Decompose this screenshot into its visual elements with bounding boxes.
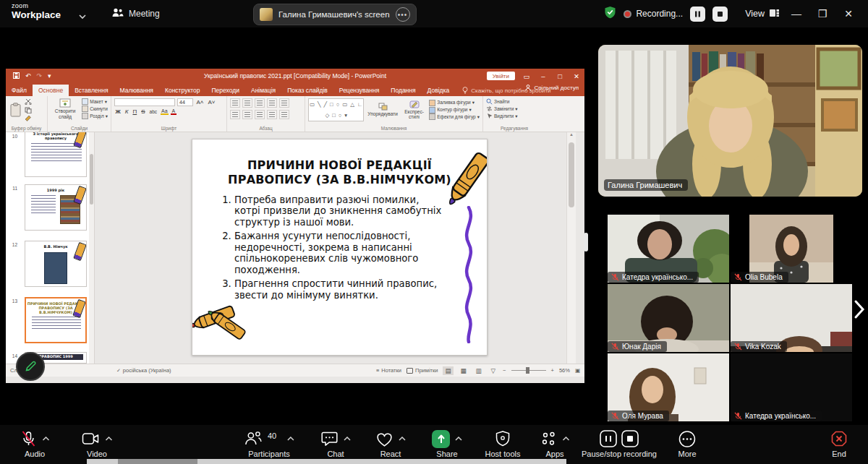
paste-button[interactable] xyxy=(9,103,22,117)
video-control[interactable]: Video xyxy=(82,429,113,458)
video-options-chevron-icon[interactable] xyxy=(106,437,113,441)
shape-fill-button[interactable]: Заливка фігури ▾ xyxy=(429,99,480,106)
underline-button[interactable]: П xyxy=(132,108,138,115)
ribbon-display-icon[interactable]: ▭ xyxy=(522,72,532,80)
normal-view-icon[interactable]: ▤ xyxy=(443,366,453,375)
apps-options-chevron-icon[interactable] xyxy=(563,437,570,441)
share-options-chevron-icon[interactable] xyxy=(455,437,462,441)
ppt-minimize-icon[interactable]: – xyxy=(538,72,548,80)
layout-button[interactable]: Макет ▾ xyxy=(82,98,108,106)
redo-icon[interactable]: ↷ xyxy=(37,72,43,80)
font-color-button[interactable]: A xyxy=(171,108,176,115)
font-name-combo[interactable] xyxy=(114,98,175,106)
editor-scrollbar[interactable]: ▲ xyxy=(566,132,576,364)
sign-in-button[interactable]: Увійти xyxy=(487,72,515,80)
panel-divider-handle[interactable] xyxy=(584,233,588,252)
view-button[interactable]: View xyxy=(745,8,780,20)
tab-animations[interactable]: Анімація xyxy=(245,85,281,96)
close-icon[interactable]: ✕ xyxy=(839,8,858,20)
shape-outline-button[interactable]: Контур фігури ▾ xyxy=(429,106,480,113)
cut-icon[interactable] xyxy=(25,98,32,105)
columns-icon[interactable] xyxy=(279,110,289,119)
slideshow-view-icon[interactable]: ▽ xyxy=(489,366,498,375)
tab-review[interactable]: Рецензування xyxy=(333,85,385,96)
tab-file[interactable]: Файл xyxy=(6,85,33,96)
comments-button[interactable]: Примітки xyxy=(407,367,438,374)
grow-font-icon[interactable]: A˄ xyxy=(195,99,205,106)
shared-screen-pill[interactable]: Галина Гримашевич's screen ••• xyxy=(253,4,417,25)
next-participants-chevron-icon[interactable] xyxy=(854,299,865,322)
undo-icon[interactable]: ↶ xyxy=(25,72,31,80)
arrange-button[interactable]: Упорядкувати xyxy=(366,103,399,116)
select-button[interactable]: Виділити ▾ xyxy=(486,113,542,120)
notes-button[interactable]: ≡Нотатки xyxy=(376,367,401,374)
reading-view-icon[interactable]: ▥ xyxy=(474,366,484,375)
tab-design[interactable]: Конструктор xyxy=(159,85,205,96)
zoom-in-icon[interactable]: + xyxy=(551,367,554,374)
minimize-icon[interactable]: — xyxy=(787,8,806,20)
thumbnail-scrollbar[interactable] xyxy=(89,132,94,364)
indent-decrease-icon[interactable] xyxy=(255,98,265,108)
slide-sorter-view-icon[interactable]: ▦ xyxy=(459,366,469,375)
ppt-share-button[interactable]: Спільний доступ xyxy=(525,85,579,91)
char-spacing-button[interactable]: abc xyxy=(148,109,158,114)
justify-icon[interactable] xyxy=(267,110,277,119)
tab-meeting[interactable]: Meeting xyxy=(107,5,164,22)
indent-increase-icon[interactable] xyxy=(267,98,277,108)
participant-tile[interactable]: Юнак Дарія xyxy=(608,284,729,352)
thumbnail-slide-10[interactable]: З історії українського правопису xyxy=(25,132,87,177)
bullets-icon[interactable] xyxy=(230,98,240,108)
ppt-maximize-icon[interactable]: □ xyxy=(555,72,565,80)
restore-icon[interactable]: ❒ xyxy=(813,8,832,20)
align-right-icon[interactable] xyxy=(255,110,265,119)
font-size-combo[interactable]: 44 xyxy=(177,98,193,106)
stop-recording-button[interactable] xyxy=(712,7,728,22)
chevron-down-icon[interactable] xyxy=(78,9,87,22)
replace-button[interactable]: Замінити ▾ xyxy=(486,106,542,113)
thumbnail-slide-12[interactable]: В.В. Німчук xyxy=(25,241,87,287)
quick-styles-button[interactable]: Експрес-стилі xyxy=(401,100,427,119)
italic-button[interactable]: К xyxy=(124,108,129,115)
format-painter-icon[interactable] xyxy=(25,115,32,121)
shapes-gallery[interactable]: ▭╲╱□○▭ △∟◇□○▾ xyxy=(308,98,364,121)
security-shield-icon[interactable] xyxy=(604,6,616,22)
participants-control[interactable]: 40 Participants xyxy=(244,429,294,458)
tab-home[interactable]: Основне xyxy=(33,85,69,96)
thumbnail-slide-13-selected[interactable]: ПРИЧИНИ НОВОЇ РЕДАКЦІЇ ПРАВОПИСУ (ЗА В.В… xyxy=(25,297,87,343)
proofing-language[interactable]: російська (Україна) xyxy=(123,367,171,374)
current-slide-canvas[interactable]: ПРИЧИНИ НОВОЇ РЕДАКЦІЇ ПРАВОПИСУ (ЗА В.В… xyxy=(192,139,488,356)
tab-insert[interactable]: Вставлення xyxy=(69,85,114,96)
reset-button[interactable]: Скинути xyxy=(82,106,108,113)
active-speaker-tile[interactable]: Галина Гримашевич xyxy=(598,45,862,197)
stop-recording-icon[interactable] xyxy=(621,429,639,448)
tab-slideshow[interactable]: Показ слайдів xyxy=(281,85,333,96)
align-left-icon[interactable] xyxy=(230,110,240,119)
participants-options-chevron-icon[interactable] xyxy=(287,437,294,441)
section-button[interactable]: Розділ ▾ xyxy=(82,113,108,120)
chat-control[interactable]: Chat xyxy=(320,429,351,458)
copy-icon[interactable] xyxy=(25,107,32,113)
react-options-chevron-icon[interactable] xyxy=(399,437,406,441)
shape-effects-button[interactable]: Ефекти для фігур ▾ xyxy=(429,113,480,121)
line-spacing-icon[interactable] xyxy=(279,98,289,108)
zoom-slider[interactable] xyxy=(511,370,546,371)
more-options-icon[interactable]: ••• xyxy=(396,7,410,22)
pause-recording-button[interactable] xyxy=(690,7,705,22)
tab-transitions[interactable]: Переходи xyxy=(205,85,245,96)
share-control[interactable]: Share xyxy=(432,429,462,458)
pause-recording-icon[interactable] xyxy=(599,429,618,448)
tab-draw[interactable]: Малювання xyxy=(114,85,159,96)
participant-tile[interactable]: Olia Bubela xyxy=(731,215,852,283)
align-center-icon[interactable] xyxy=(242,110,252,119)
shrink-font-icon[interactable]: A˅ xyxy=(207,99,216,106)
zoom-percentage[interactable]: 56% xyxy=(559,367,570,374)
audio-options-chevron-icon[interactable] xyxy=(43,437,50,441)
participant-tile[interactable]: Vika Kozak xyxy=(731,284,852,352)
tab-view[interactable]: Подання xyxy=(385,85,421,96)
strikethrough-button[interactable]: S xyxy=(140,108,146,115)
find-button[interactable]: Знайти xyxy=(486,98,542,106)
participant-tile[interactable]: Катедра українсько... xyxy=(608,215,729,283)
apps-control[interactable]: Apps xyxy=(540,429,570,458)
end-meeting-control[interactable]: End xyxy=(830,429,848,458)
highlight-button[interactable]: Aa xyxy=(161,108,169,115)
